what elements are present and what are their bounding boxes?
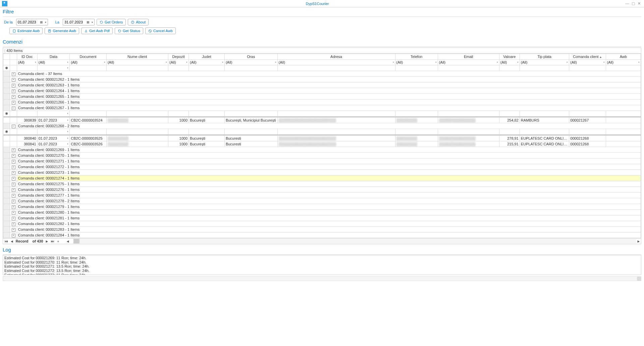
expand-icon[interactable]: + xyxy=(12,200,15,203)
group-row[interactable]: +Comanda client: 000021284 - 1 Items xyxy=(3,232,641,238)
group-row[interactable]: +Comanda client: 000021282 - 1 Items xyxy=(3,221,641,227)
expand-icon[interactable]: + xyxy=(12,177,15,181)
h-scrollbar[interactable] xyxy=(73,239,636,244)
expand-icon[interactable]: + xyxy=(12,72,15,76)
nav-scroll-right-icon[interactable]: ▶ xyxy=(636,239,641,244)
group-row[interactable]: +Comanda client: 000021264 - 1 Items xyxy=(3,88,641,94)
maximize-icon[interactable]: ▢ xyxy=(632,1,635,6)
expand-icon[interactable]: + xyxy=(12,84,15,87)
group-row[interactable]: +Comanda client: 000021270 - 1 Items xyxy=(3,153,641,158)
nav-next-icon[interactable]: ▶ xyxy=(45,239,50,244)
group-row[interactable]: +Comanda client: 000021265 - 1 Items xyxy=(3,94,641,99)
nav-add-icon[interactable]: ✳ xyxy=(56,239,61,244)
col-email[interactable]: Email xyxy=(438,54,499,60)
group-row[interactable]: +Comanda client: 000021263 - 1 Items xyxy=(3,82,641,88)
group-row[interactable]: +Comanda client: - 37 Items xyxy=(3,71,641,77)
calendar-icon[interactable]: ▦ xyxy=(39,20,44,24)
group-row[interactable]: +Comanda client: 000021280 - 1 Items xyxy=(3,210,641,215)
col-data[interactable]: Data xyxy=(37,54,70,60)
about-button[interactable]: ? About xyxy=(128,19,149,25)
expand-icon[interactable]: + xyxy=(12,234,15,237)
datepicker-from[interactable]: ▦ ▾ xyxy=(16,19,48,25)
col-adresa[interactable]: Adresa xyxy=(277,54,395,60)
expand-icon[interactable]: + xyxy=(12,222,15,226)
svg-text:?: ? xyxy=(132,21,133,23)
nav-scroll-left-icon[interactable]: ◀ xyxy=(65,239,70,244)
expand-icon[interactable]: + xyxy=(12,205,15,209)
generate-icon xyxy=(48,29,51,33)
expand-icon[interactable]: + xyxy=(12,188,15,192)
bottom-scrollbar[interactable] xyxy=(3,276,641,281)
get-orders-button[interactable]: Get Orders xyxy=(97,19,126,25)
group-row[interactable]: −Comanda client: 000021267 - 1 Items xyxy=(3,105,641,111)
col-iddoc[interactable]: ID Doc xyxy=(17,54,37,60)
calendar-icon[interactable]: ▦ xyxy=(86,20,90,24)
group-row[interactable]: +Comanda client: 000021271 - 1 Items xyxy=(3,158,641,164)
label-to: La xyxy=(54,20,61,24)
col-depozit[interactable]: Depozit xyxy=(168,54,189,60)
date-from-input[interactable] xyxy=(16,20,39,24)
cancel-awb-button[interactable]: Cancel Awb xyxy=(145,27,176,34)
expand-icon[interactable]: + xyxy=(12,183,15,186)
group-row[interactable]: −Comanda client: 000021268 - 2 Items xyxy=(3,123,641,129)
group-row[interactable]: +Comanda client: 000021272 - 1 Items xyxy=(3,164,641,170)
expand-icon[interactable]: + xyxy=(12,194,15,198)
grid-navigator: ⏮ ◀ Record of 430 ▶ ⏭ ✳ ◀ ▶ xyxy=(3,238,641,244)
group-row[interactable]: +Comanda client: 000021269 - 1 Items xyxy=(3,147,641,153)
estimate-awb-button[interactable]: Estimate Awb xyxy=(9,27,43,34)
expand-icon[interactable]: + xyxy=(12,148,15,152)
expand-icon[interactable]: + xyxy=(12,171,15,175)
group-row[interactable]: +Comanda client: 000021273 - 1 Items xyxy=(3,170,641,176)
expand-icon[interactable]: + xyxy=(12,101,15,105)
group-row[interactable]: +Comanda client: 000021275 - 1 Items xyxy=(3,181,641,187)
expand-icon[interactable]: + xyxy=(12,217,15,220)
col-comanda[interactable]: Comanda client xyxy=(569,54,606,60)
date-to-input[interactable] xyxy=(63,20,86,24)
data-row[interactable]: 38084101.07.2023▾CB2C-0000003526████████… xyxy=(3,141,641,147)
group-row[interactable]: +Comanda client: 000021277 - 1 Items xyxy=(3,193,641,198)
grid-item-count: : 430 Items xyxy=(3,48,641,54)
close-icon[interactable]: ✕ xyxy=(638,1,641,6)
expand-icon[interactable]: + xyxy=(12,228,15,232)
col-valoare[interactable]: Valoare xyxy=(499,54,520,60)
col-nume[interactable]: Nume client xyxy=(106,54,168,60)
col-judet[interactable]: Judet xyxy=(189,54,225,60)
expand-icon[interactable]: + xyxy=(12,165,15,169)
group-row[interactable]: +Comanda client: 000021262 - 1 Items xyxy=(3,77,641,82)
chevron-down-icon[interactable]: ▾ xyxy=(90,21,94,24)
group-row[interactable]: +Comanda client: 000021281 - 1 Items xyxy=(3,215,641,221)
expand-icon[interactable]: + xyxy=(12,95,15,99)
nav-last-icon[interactable]: ⏭ xyxy=(49,239,56,244)
col-telefon[interactable]: Telefon xyxy=(395,54,438,60)
group-row[interactable]: +Comanda client: 000021274 - 1 Items xyxy=(3,176,641,181)
col-tipplata[interactable]: Tip plata xyxy=(520,54,569,60)
collapse-icon[interactable]: − xyxy=(12,125,15,128)
nav-prev-icon[interactable]: ◀ xyxy=(9,239,14,244)
get-awb-pdf-button[interactable]: Get Awb Pdf xyxy=(81,27,113,34)
pdf-icon xyxy=(84,29,88,33)
group-row[interactable]: +Comanda client: 000021283 - 1 Items xyxy=(3,227,641,232)
data-row[interactable]: 38084001.07.2023▾CB2C-0000003525████████… xyxy=(3,136,641,141)
expand-icon[interactable]: + xyxy=(12,78,15,82)
get-status-button[interactable]: Get Status xyxy=(115,27,143,34)
col-awb[interactable]: Awb xyxy=(606,54,641,60)
new-row[interactable]: ✱▾ xyxy=(3,111,641,117)
expand-icon[interactable]: + xyxy=(12,211,15,215)
new-row[interactable]: ✱▾ xyxy=(3,129,641,135)
collapse-icon[interactable]: − xyxy=(12,107,15,110)
generate-awb-button[interactable]: Generate Awb xyxy=(45,27,79,34)
minimize-icon[interactable]: — xyxy=(625,1,629,6)
expand-icon[interactable]: + xyxy=(12,89,15,93)
col-oras[interactable]: Oras xyxy=(224,54,277,60)
data-row[interactable]: 38083901.07.2023▾CB2C-0000003524████████… xyxy=(3,118,641,123)
col-document[interactable]: Document xyxy=(70,54,106,60)
chevron-down-icon[interactable]: ▾ xyxy=(44,21,48,24)
group-row[interactable]: +Comanda client: 000021279 - 1 Items xyxy=(3,204,641,210)
nav-first-icon[interactable]: ⏮ xyxy=(3,239,9,244)
expand-icon[interactable]: + xyxy=(12,160,15,163)
group-row[interactable]: +Comanda client: 000021266 - 1 Items xyxy=(3,99,641,105)
expand-icon[interactable]: + xyxy=(12,154,15,158)
datepicker-to[interactable]: ▦ ▾ xyxy=(63,19,95,25)
group-row[interactable]: +Comanda client: 000021276 - 1 Items xyxy=(3,187,641,193)
group-row[interactable]: +Comanda client: 000021278 - 2 Items xyxy=(3,198,641,204)
